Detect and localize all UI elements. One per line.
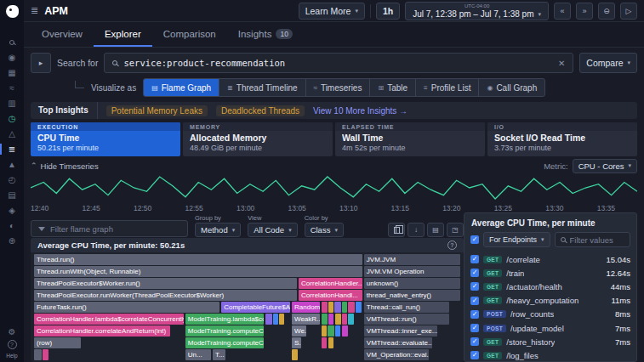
flame-frame[interactable]: CorrelationHandler.correlateAndReturn(in… — [34, 325, 170, 337]
flame-frame[interactable] — [342, 302, 347, 313]
tab-overview[interactable]: Overview — [31, 22, 94, 47]
sidebar-item-rum[interactable]: ◐ — [3, 220, 21, 231]
metric-card-execution[interactable]: EXECUTIONCPU Time50.21s per minute — [31, 122, 180, 156]
flame-frame[interactable]: VM_Operation::eval... — [364, 349, 429, 360]
viz-option-table[interactable]: ⊞Table — [370, 79, 415, 96]
flame-frame[interactable] — [334, 302, 341, 313]
flame-frame[interactable] — [328, 325, 333, 337]
flame-frame[interactable]: CompletableFuture$AsyncSupply.run() — [221, 302, 290, 313]
flame-frame[interactable] — [265, 314, 272, 325]
flame-frame[interactable] — [34, 349, 42, 360]
sidebar-item-search[interactable] — [3, 37, 21, 48]
flame-frame[interactable]: We... — [292, 325, 306, 337]
view-select[interactable]: All Code ▾ — [248, 223, 297, 237]
tab-insights[interactable]: Insights10 — [227, 22, 304, 47]
tab-explorer[interactable]: Explorer — [94, 22, 152, 47]
sidebar-item-integrations[interactable]: ⊕ — [3, 235, 21, 246]
flame-frame[interactable]: ThreadPoolExecutor.runWorker(ThreadPoolE… — [34, 290, 297, 301]
endpoint-checkbox[interactable]: ✓ — [470, 351, 479, 359]
flame-frame[interactable]: Thread.run() — [34, 254, 362, 265]
flame-frame[interactable]: VMThread::evaluate... — [364, 337, 432, 348]
flame-frame[interactable]: CorrelationHandler... — [299, 278, 362, 289]
flame-frame[interactable] — [328, 302, 333, 313]
flame-frame[interactable]: Random... — [292, 302, 320, 313]
sidebar-item-profiling[interactable]: ▲ — [3, 159, 21, 170]
flame-frame[interactable]: ModelTraining.lambda$computeCoe... — [185, 314, 264, 325]
sidebar-item-security[interactable]: ◈ — [3, 205, 21, 216]
learn-more-button[interactable]: Learn More ▾ — [299, 3, 365, 20]
select-all-checkbox[interactable]: ✓ — [470, 235, 479, 244]
filter-values-wrap[interactable] — [555, 232, 630, 247]
flame-frame[interactable]: (row) — [34, 337, 81, 348]
metric-select[interactable]: CPU - Cores ▾ — [573, 159, 637, 173]
flame-frame[interactable]: thread_native_entry() — [364, 290, 460, 301]
endpoint-checkbox[interactable]: ✓ — [470, 282, 479, 291]
endpoint-checkbox[interactable]: ✓ — [470, 337, 479, 346]
help-question-icon[interactable]: ? — [447, 240, 457, 250]
shift-forward-button[interactable]: » — [576, 3, 593, 20]
flame-frame[interactable] — [322, 302, 328, 313]
color-by-select[interactable]: Class ▾ — [305, 223, 344, 237]
flame-frame[interactable] — [279, 314, 284, 325]
sidebar-item-metrics[interactable]: ≈ — [3, 82, 21, 93]
filter-values-input[interactable] — [570, 235, 624, 245]
clear-search-icon[interactable]: ✕ — [558, 59, 565, 68]
flame-frame[interactable]: CorrelationHandl... — [299, 290, 362, 301]
help-icon[interactable]: ? — [8, 340, 17, 349]
endpoint-row[interactable]: ✓GET/actuator/health44ms — [464, 280, 636, 293]
sidebar-item-synthetics[interactable]: △ — [3, 128, 21, 139]
endpoint-row[interactable]: ✓POST/update_model7ms — [464, 321, 636, 335]
tab-comparison[interactable]: Comparison — [152, 22, 227, 47]
flame-filter-input-wrap[interactable] — [31, 220, 188, 237]
flame-frame[interactable] — [348, 314, 354, 325]
endpoint-checkbox[interactable]: ✓ — [470, 324, 479, 332]
endpoint-row[interactable]: ✓POST/row_counts8ms — [464, 308, 636, 321]
time-preset-button[interactable]: 1h — [376, 3, 400, 20]
flame-frame[interactable] — [348, 302, 355, 313]
flame-frame[interactable]: Thread::call_run() — [364, 302, 449, 313]
flame-frame[interactable] — [342, 314, 347, 325]
flame-frame[interactable] — [335, 325, 340, 337]
flame-frame[interactable]: ThreadPoolExecutor$Worker.run() — [34, 278, 297, 289]
sidebar-item-monitors[interactable]: ◷ — [3, 113, 21, 124]
zoom-out-button[interactable]: ⊖ — [598, 3, 615, 20]
search-input[interactable]: service:product-recommendation ✕ — [104, 53, 573, 73]
product-menu-icon[interactable]: ≣ — [31, 5, 38, 16]
sidebar-item-apm[interactable]: ≣ — [3, 144, 21, 155]
flame-frame[interactable] — [342, 325, 348, 337]
viz-option-thread-timeline[interactable]: ≣Thread Timeline — [219, 79, 305, 96]
endpoint-row[interactable]: ✓GET/heavy_computation11ms — [464, 294, 636, 308]
settings-gear-icon[interactable]: ⚙ — [9, 328, 16, 337]
group-by-select[interactable]: Method ▾ — [195, 223, 241, 237]
flame-frame[interactable]: ModelTraining.computeCoefficient... — [185, 337, 264, 348]
endpoint-checkbox[interactable]: ✓ — [470, 255, 479, 263]
endpoint-row[interactable]: ✓GET/store_history7ms — [464, 335, 636, 348]
flame-frame[interactable]: Thread.runWith(Object, Runnable) — [34, 266, 362, 277]
flame-frame[interactable]: FutureTask.run() — [34, 302, 219, 313]
datadog-logo[interactable] — [6, 5, 19, 18]
copy-button[interactable] — [388, 223, 405, 237]
metric-card-i-o[interactable]: I/OSocket I/O Read Time3.73s per minute — [487, 122, 637, 156]
sidebar-item-watchdog[interactable]: ◉ — [3, 52, 21, 63]
flame-frame[interactable] — [292, 349, 298, 360]
viz-option-timeseries[interactable]: ≈Timeseries — [306, 79, 370, 96]
flame-frame[interactable]: JVM.JVM — [364, 254, 460, 265]
endpoint-row[interactable]: ✓GET/correlate15.04s — [464, 252, 636, 266]
flame-frame[interactable] — [328, 314, 333, 325]
flame-frame[interactable]: Un... — [185, 349, 211, 360]
flame-frame[interactable] — [322, 325, 327, 337]
flame-frame[interactable]: VMThread::inner_exe... — [364, 325, 437, 337]
flame-frame[interactable] — [328, 337, 333, 348]
viz-option-profile-list[interactable]: ≡Profile List — [416, 79, 478, 96]
view-more-insights-link[interactable]: View 10 More Insights → — [313, 106, 407, 116]
flame-frame[interactable] — [322, 337, 327, 348]
flame-frame[interactable]: VMThread::run() — [364, 314, 449, 325]
viz-option-flame-graph[interactable]: ▤Flame Graph — [144, 79, 219, 96]
endpoint-checkbox[interactable]: ✓ — [470, 297, 479, 305]
flame-filter-input[interactable] — [50, 224, 180, 234]
flame-frame[interactable]: T... — [213, 349, 225, 360]
viz-option-call-graph[interactable]: ◉Call Graph — [479, 79, 544, 96]
flame-frame[interactable] — [273, 314, 278, 325]
flame-frame[interactable]: CorrelationHandler.lambda$correlateConcu… — [34, 314, 184, 325]
sidebar-item-infrastructure[interactable]: ▦ — [3, 67, 21, 78]
